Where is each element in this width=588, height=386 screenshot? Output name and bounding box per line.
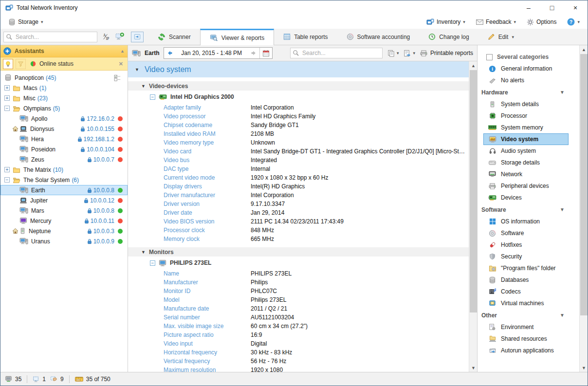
tree-node-poseidon[interactable]: Poseidon10.0.0.104 — [0, 144, 128, 154]
category-program-files-folder[interactable]: "Program files" folder — [478, 262, 569, 274]
category-no-alerts[interactable]: No alerts — [478, 74, 569, 86]
collapse-icon[interactable]: − — [150, 94, 155, 100]
expand-icon[interactable]: + — [4, 95, 10, 101]
device-row-philips-273el[interactable]: −PHILIPS 273EL — [128, 257, 469, 269]
report-scrollbar[interactable]: ▲ ▼ — [469, 61, 477, 372]
category-databases[interactable]: Databases — [478, 274, 569, 286]
tab-scanner[interactable]: Scanner — [148, 29, 200, 45]
category-label: System memory — [501, 124, 543, 131]
collapse-sidebar-button[interactable] — [131, 32, 144, 42]
feedback-menu[interactable]: Feedback ▾ — [473, 18, 519, 26]
category-storage-details[interactable]: Storage details — [478, 157, 569, 168]
device-row-intel-hd-graphics-2000[interactable]: −Intel HD Graphics 2000 — [128, 91, 469, 103]
tab-table-reports[interactable]: Table reports — [274, 29, 337, 45]
scrollbar-thumb[interactable] — [470, 70, 477, 312]
checkbox-icon[interactable] — [486, 54, 493, 60]
category-audio-system[interactable]: Audio system — [478, 145, 569, 157]
scroll-down-icon[interactable]: ▼ — [469, 364, 478, 372]
tree-node-neptune[interactable]: Neptune10.0.0.3 — [0, 226, 128, 236]
calendar-button[interactable] — [259, 48, 272, 58]
inventory-menu[interactable]: Inventory ▾ — [423, 17, 468, 27]
help-menu[interactable]: ? ▾ — [564, 17, 583, 27]
expand-icon[interactable]: + — [4, 85, 10, 91]
tree-node-misc[interactable]: +Misc(23) — [0, 93, 128, 103]
options-menu[interactable]: Options — [524, 18, 559, 27]
previous-snapshot-button[interactable] — [164, 48, 176, 58]
categories-panel: Several categoriesiGeneral informationNo… — [477, 45, 588, 372]
collapse-icon[interactable]: − — [4, 177, 10, 183]
category-devices[interactable]: Devices — [478, 192, 569, 203]
category-video-system[interactable]: Video system — [483, 133, 569, 145]
tab-change-log[interactable]: Change log — [419, 29, 478, 45]
copy-report-button[interactable]: ▾ — [387, 50, 399, 57]
minimize-button[interactable]: – — [525, 4, 532, 12]
tree-node-mercury[interactable]: Mercury10.0.0.11 — [0, 216, 128, 226]
categories-scrollbar[interactable]: ▲ ▼ — [579, 45, 588, 372]
category-security[interactable]: Security — [478, 251, 569, 262]
category-group-software[interactable]: Software▼ — [478, 203, 579, 216]
category-environment[interactable]: Environment — [478, 321, 569, 333]
export-report-button[interactable]: ▾ — [404, 50, 415, 57]
tree-node-hera[interactable]: Hera192.168.1.2 — [0, 134, 128, 144]
tree-node-mars[interactable]: Mars10.0.0.8 — [0, 205, 128, 216]
collapse-up-icon[interactable]: ▲ — [120, 49, 125, 54]
group-header-monitors[interactable]: ▼Monitors — [128, 247, 469, 257]
category-network[interactable]: Network — [478, 168, 569, 180]
tree-node-olympians[interactable]: −Olympians(5) — [0, 103, 128, 113]
tree-node-earth[interactable]: Earth10.0.0.8 — [0, 185, 128, 195]
category-hotfixes[interactable]: Hotfixes — [478, 239, 569, 251]
report-search-input[interactable] — [290, 48, 383, 58]
network-search-input[interactable] — [3, 32, 97, 42]
category-virtual-machines[interactable]: Virtual machines — [478, 297, 569, 309]
tree-node-apollo[interactable]: Apollo172.16.0.2 — [0, 113, 128, 124]
tree-node-the-matrix[interactable]: +The Matrix(10) — [0, 165, 128, 175]
assistants-header[interactable]: Assistants ▲ — [0, 45, 128, 57]
tree-node-uranus[interactable]: Uranus10.0.0.9 — [0, 236, 128, 246]
tree-node-panopticon[interactable]: Panopticon(45) — [0, 73, 128, 83]
maximize-button[interactable]: □ — [549, 4, 555, 12]
category-codecs[interactable]: Codecs — [478, 286, 569, 297]
scrollbar-thumb[interactable] — [580, 54, 588, 315]
tab-edit[interactable]: Edit▾ — [478, 29, 523, 45]
expand-icon[interactable]: + — [4, 167, 10, 172]
collapse-icon[interactable]: − — [150, 260, 155, 266]
scroll-up-icon[interactable]: ▲ — [580, 45, 588, 54]
tree-node-dionysus[interactable]: Dionysus10.0.0.155 — [0, 124, 128, 134]
tab-viewer-reports[interactable]: Viewer & reports — [200, 29, 274, 45]
close-button[interactable]: × — [572, 4, 579, 12]
filter-toggle-button[interactable] — [16, 59, 26, 69]
tab-software-accounting[interactable]: Software accounting — [337, 29, 420, 45]
chevron-down-icon: ▾ — [577, 19, 580, 24]
category-system-details[interactable]: System details — [478, 98, 569, 110]
add-network-node-icon[interactable] — [114, 33, 125, 41]
tree-node-zeus[interactable]: Zeus10.0.0.7 — [0, 154, 128, 165]
checkbox-list-icon[interactable] — [114, 74, 123, 81]
category-software[interactable]: Software — [478, 227, 569, 239]
category-shared-resources[interactable]: Shared resources — [478, 333, 569, 345]
section-header-video-system[interactable]: ▼ Video system — [128, 61, 469, 77]
next-snapshot-button[interactable] — [248, 48, 259, 58]
category-os-information[interactable]: OS information — [478, 216, 569, 227]
scroll-up-icon[interactable]: ▲ — [469, 61, 478, 70]
category-system-memory[interactable]: System memory — [478, 122, 569, 133]
several-categories-toggle[interactable]: Several categories — [478, 51, 579, 63]
scroll-down-icon[interactable]: ▼ — [580, 364, 588, 372]
close-icon[interactable]: ✕ — [119, 61, 125, 67]
category-processor[interactable]: Processor — [478, 110, 569, 122]
highlight-toggle-button[interactable] — [3, 59, 13, 69]
collapse-icon[interactable]: − — [4, 106, 10, 111]
category-autorun-applications[interactable]: Autorun applications — [478, 345, 569, 356]
storage-menu[interactable]: Storage ▾ — [5, 18, 46, 27]
tree-node-jupiter[interactable]: Jupiter10.0.0.12 — [0, 195, 128, 205]
category-peripheral-devices[interactable]: Peripheral devices — [478, 180, 569, 192]
tree-node-the-solar-system[interactable]: −The Solar System(6) — [0, 175, 128, 185]
add-assistant-icon[interactable] — [3, 47, 11, 55]
group-header-video-devices[interactable]: ▼Video-devices — [128, 81, 469, 91]
category-general-information[interactable]: iGeneral information — [478, 63, 569, 74]
name-ip-toggle-icon[interactable]: AIP — [100, 33, 111, 40]
category-group-hardware[interactable]: Hardware▼ — [478, 86, 579, 98]
printable-reports-button[interactable]: Printable reports — [420, 50, 473, 56]
category-group-other[interactable]: Other▼ — [478, 309, 579, 321]
property-value: 2011 / Q2 / 21 — [251, 305, 290, 312]
tree-node-macs[interactable]: +Macs(1) — [0, 83, 128, 93]
